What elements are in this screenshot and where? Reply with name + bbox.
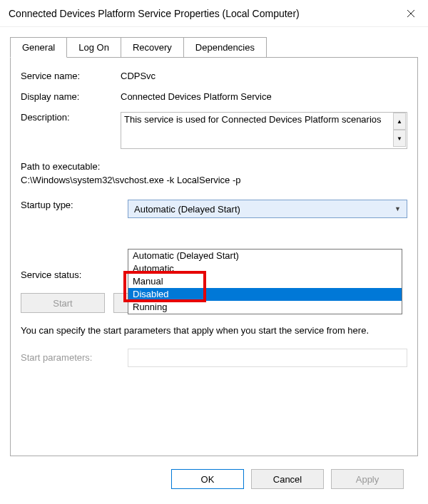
startup-opt-auto-delayed[interactable]: Automatic (Delayed Start) — [128, 250, 402, 262]
display-name-label: Display name: — [21, 91, 121, 102]
path-label: Path to executable: — [21, 161, 407, 172]
service-name-label: Service name: — [21, 71, 121, 81]
start-button: Start — [21, 293, 105, 313]
chevron-down-icon: ▼ — [394, 205, 401, 212]
apply-button: Apply — [331, 469, 404, 489]
startup-type-dropdown[interactable]: Automatic (Delayed Start) Automatic Manu… — [128, 249, 402, 314]
ok-button[interactable]: OK — [171, 469, 244, 489]
start-parameters-label: Start parameters: — [21, 352, 128, 363]
tab-panel: Service name: CDPSvc Display name: Conne… — [10, 57, 418, 456]
startup-opt-auto[interactable]: Automatic — [128, 262, 402, 275]
service-status-label: Service status: — [21, 269, 128, 280]
description-label: Description: — [21, 112, 121, 123]
tab-logon[interactable]: Log On — [67, 37, 121, 57]
service-name-value: CDPSvc — [121, 71, 407, 81]
desc-scroll-up[interactable]: ▲ — [393, 113, 406, 130]
tab-dependencies[interactable]: Dependencies — [184, 37, 267, 57]
start-parameters-input — [128, 349, 407, 367]
tab-recovery[interactable]: Recovery — [121, 37, 184, 57]
startup-type-selected: Automatic (Delayed Start) — [134, 204, 240, 215]
path-value: C:\Windows\system32\svchost.exe -k Local… — [21, 175, 407, 185]
tab-strip: General Log On Recovery Dependencies — [10, 37, 418, 57]
title-bar: Connected Devices Platform Service Prope… — [0, 0, 428, 27]
display-name-value: Connected Devices Platform Service — [121, 91, 407, 102]
startup-opt-running-peek: Running — [128, 301, 402, 314]
startup-type-label: Startup type: — [21, 200, 128, 210]
description-text[interactable] — [121, 112, 407, 149]
close-icon — [407, 9, 415, 18]
window-title: Connected Devices Platform Service Prope… — [9, 8, 300, 19]
close-button[interactable] — [394, 0, 428, 27]
tab-general[interactable]: General — [10, 37, 67, 58]
startup-type-combo[interactable]: Automatic (Delayed Start) ▼ — [128, 200, 407, 218]
startup-opt-manual[interactable]: Manual — [128, 275, 402, 288]
hint-text: You can specify the start parameters tha… — [21, 324, 407, 337]
cancel-button[interactable]: Cancel — [251, 469, 324, 489]
desc-scroll-down[interactable]: ▼ — [393, 130, 406, 147]
startup-opt-disabled[interactable]: Disabled — [128, 288, 402, 301]
